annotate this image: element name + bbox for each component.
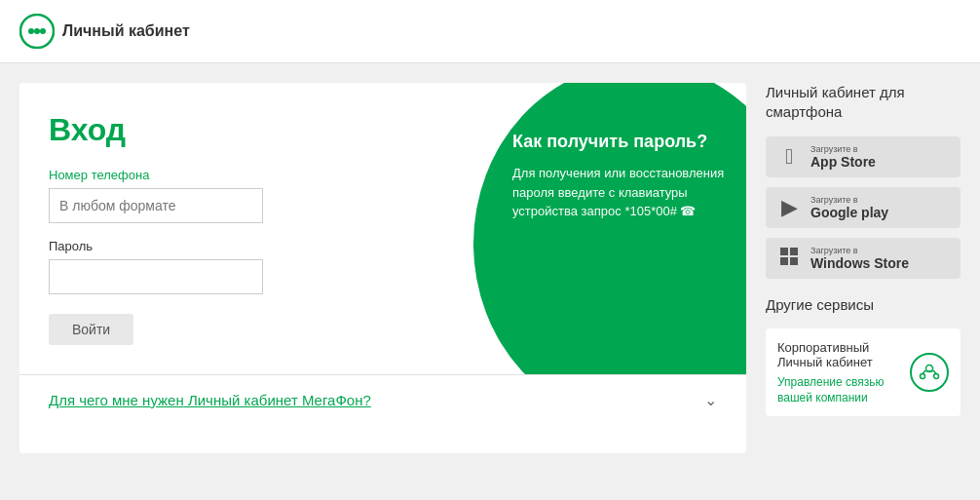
corporate-service-card[interactable]: Корпоративный Личный кабинет Управление … [766,328,961,416]
main-content: Как получить пароль? Для получения или в… [0,63,980,473]
password-label: Пароль [49,239,717,253]
svg-point-9 [921,374,925,379]
apple-icon:  [777,144,801,170]
header-logo: Личный кабинет [19,14,190,49]
svg-line-12 [933,370,936,374]
corporate-title: Корпоративный Личный кабинет [777,340,910,369]
windows-store-name: Windows Store [810,255,909,271]
svg-point-3 [34,28,40,34]
svg-point-1 [28,28,34,34]
windows-icon [777,246,801,271]
google-play-name: Google play [810,205,888,220]
corporate-link[interactable]: Управление связью вашей компании [777,375,885,404]
login-button[interactable]: Войти [49,314,133,345]
svg-line-11 [923,370,925,374]
svg-point-10 [934,374,939,379]
chevron-down-icon: ⌄ [704,391,717,409]
faq-text-post: Личный кабинет МегаФон? [184,392,371,408]
svg-point-2 [40,28,46,34]
svg-rect-7 [790,257,798,265]
app-store-sub: Загрузите в [810,144,876,154]
faq-text-pre: Для чего [49,392,112,408]
faq-text-link: мне нужен [112,392,184,408]
app-store-name: App Store [810,154,876,170]
svg-rect-6 [780,257,788,265]
corporate-icon [910,353,949,392]
app-store-button[interactable]:  Загрузите в App Store [766,136,961,177]
faq-section[interactable]: Для чего мне нужен Личный кабинет МегаФо… [19,374,746,425]
windows-store-button[interactable]: Загрузите в Windows Store [766,238,961,279]
info-box: Как получить пароль? Для получения или в… [503,122,736,231]
megafon-logo-icon [19,14,55,49]
info-title: Как получить пароль? [512,132,727,152]
svg-rect-5 [790,248,798,255]
windows-store-sub: Загрузите в [810,246,909,255]
google-play-sub: Загрузите в [810,195,888,205]
google-play-icon: ▶ [777,195,801,220]
other-services-title: Другие сервисы [766,296,961,313]
phone-input[interactable] [49,188,263,223]
left-panel: Как получить пароль? Для получения или в… [19,83,746,453]
header-title: Личный кабинет [62,22,190,40]
info-text: Для получения или восстановления пароля … [512,164,727,221]
smartphones-title: Личный кабинет для смартфона [766,83,961,121]
faq-text: Для чего мне нужен Личный кабинет МегаФо… [49,392,371,408]
svg-rect-4 [780,248,788,255]
google-play-button[interactable]: ▶ Загрузите в Google play [766,187,961,228]
right-panel: Личный кабинет для смартфона  Загрузите… [766,83,961,453]
password-input[interactable] [49,259,263,294]
header: Личный кабинет [0,0,980,63]
